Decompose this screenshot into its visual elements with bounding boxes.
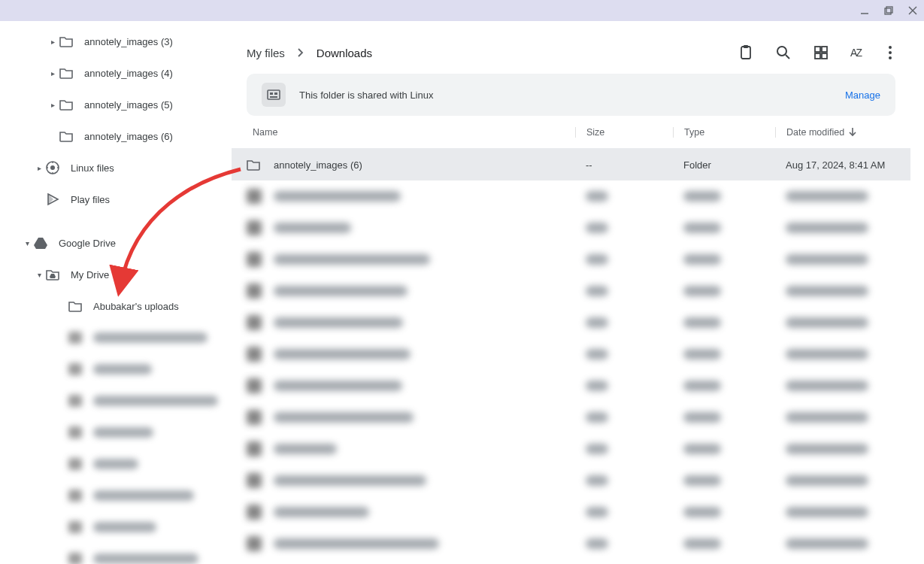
sidebar-item-annotely-images-4-[interactable]: ▸annotely_images (4) [0, 57, 232, 89]
svg-point-6 [50, 165, 55, 170]
sidebar-item-label: Google Drive [59, 238, 116, 249]
sidebar-item-blurred [0, 543, 232, 564]
svg-line-18 [786, 55, 789, 59]
sidebar-item-abubakar-s-uploads[interactable]: Abubakar's uploads [0, 290, 232, 322]
search-icon[interactable] [775, 44, 792, 61]
column-size[interactable]: Size [575, 127, 673, 138]
linux-icon [45, 160, 60, 175]
table-row-blurred [232, 433, 910, 465]
table-row-blurred [232, 465, 910, 496]
sidebar-item-blurred [0, 511, 232, 543]
expander-icon[interactable]: ▸ [47, 38, 59, 46]
svg-point-23 [889, 46, 892, 49]
svg-rect-2 [886, 7, 892, 13]
drive-icon [33, 235, 48, 250]
folder-icon [59, 129, 74, 144]
sidebar-item-blurred [0, 385, 232, 417]
mydrive-icon [45, 267, 60, 282]
window-maximize-icon[interactable] [883, 5, 894, 16]
window-minimize-icon[interactable] [859, 5, 870, 16]
expander-icon[interactable]: ▸ [33, 164, 45, 172]
expander-icon[interactable]: ▾ [21, 239, 33, 247]
folder-icon [59, 34, 74, 49]
file-name: annotely_images (6) [266, 159, 575, 171]
sidebar-item-blurred [0, 322, 232, 353]
table-row-blurred [232, 496, 910, 528]
column-type[interactable]: Type [673, 127, 775, 138]
table-row-blurred [232, 244, 910, 275]
svg-rect-16 [744, 45, 748, 48]
table-row-blurred [232, 307, 910, 338]
more-options-icon[interactable] [882, 44, 898, 61]
column-date-label: Date modified [786, 127, 844, 138]
sidebar-item-blurred [0, 448, 232, 480]
sidebar-item-label: annotely_images (6) [84, 131, 173, 142]
sidebar-item-linux-files[interactable]: ▸Linux files [0, 152, 232, 183]
file-date: Aug 17, 2024, 8:41 AM [775, 159, 895, 171]
svg-rect-19 [815, 47, 820, 52]
banner-text: This folder is shared with Linux [299, 89, 433, 101]
svg-rect-20 [822, 47, 827, 52]
manage-link[interactable]: Manage [845, 89, 880, 101]
table-row-blurred [232, 275, 910, 307]
sidebar-item-blurred [0, 480, 232, 511]
table-row-blurred [232, 370, 910, 402]
table-row[interactable]: annotely_images (6)--FolderAug 17, 2024,… [232, 149, 910, 180]
window-titlebar [0, 0, 924, 21]
table-row-blurred [232, 402, 910, 433]
breadcrumb-current: Downloads [314, 44, 375, 62]
folder-icon [59, 65, 74, 80]
breadcrumb-root[interactable]: My files [244, 44, 288, 62]
sidebar-item-google-drive[interactable]: ▾Google Drive [0, 227, 232, 259]
expander-icon[interactable]: ▸ [47, 69, 59, 77]
table-row-blurred [232, 338, 910, 370]
play-icon [45, 192, 60, 207]
svg-point-25 [889, 56, 892, 59]
toolbar: My files Downloads [232, 32, 910, 74]
file-size: -- [575, 159, 673, 171]
svg-marker-13 [34, 238, 47, 249]
sidebar-item-annotely-images-6-[interactable]: annotely_images (6) [0, 120, 232, 152]
sort-button[interactable]: AZ [850, 44, 861, 61]
expander-icon[interactable]: ▾ [33, 271, 45, 279]
svg-rect-21 [815, 53, 820, 59]
svg-rect-26 [268, 90, 280, 99]
sidebar: ▸annotely_images (3)▸annotely_images (4)… [0, 21, 232, 564]
clipboard-icon[interactable] [738, 44, 754, 61]
svg-rect-1 [885, 8, 891, 14]
window-close-icon[interactable] [907, 5, 918, 16]
sidebar-item-label: annotely_images (3) [84, 36, 173, 47]
folder-icon [59, 97, 74, 112]
sort-descending-icon [849, 128, 856, 137]
linux-share-icon [262, 83, 286, 107]
svg-rect-22 [822, 53, 827, 59]
expander-icon[interactable]: ▸ [47, 101, 59, 109]
sidebar-item-label: annotely_images (5) [84, 99, 173, 111]
sidebar-item-blurred [0, 417, 232, 448]
sidebar-item-my-drive[interactable]: ▾My Drive [0, 259, 232, 290]
svg-point-17 [777, 47, 786, 56]
sidebar-item-annotely-images-5-[interactable]: ▸annotely_images (5) [0, 89, 232, 120]
column-date[interactable]: Date modified [775, 127, 895, 138]
sidebar-item-label: Play files [71, 194, 110, 205]
svg-rect-15 [741, 47, 750, 59]
sort-label: AZ [850, 47, 861, 59]
sidebar-item-label: Abubakar's uploads [93, 301, 179, 312]
table-row-blurred [232, 212, 910, 244]
table-row-blurred [232, 180, 910, 212]
breadcrumb: My files Downloads [244, 44, 375, 62]
chevron-right-icon [292, 48, 309, 57]
file-type: Folder [673, 159, 775, 171]
sidebar-item-label: annotely_images (4) [84, 68, 173, 79]
folder-icon [247, 159, 266, 171]
sidebar-item-label: My Drive [71, 269, 109, 280]
folder-icon [68, 299, 83, 314]
sidebar-item-blurred [0, 353, 232, 385]
svg-rect-29 [270, 96, 277, 98]
grid-view-icon[interactable] [813, 44, 829, 61]
sidebar-item-annotely-images-3-[interactable]: ▸annotely_images (3) [0, 26, 232, 57]
sidebar-item-play-files[interactable]: Play files [0, 183, 232, 215]
column-name[interactable]: Name [247, 127, 575, 138]
svg-rect-27 [270, 92, 273, 95]
svg-point-24 [889, 51, 892, 54]
